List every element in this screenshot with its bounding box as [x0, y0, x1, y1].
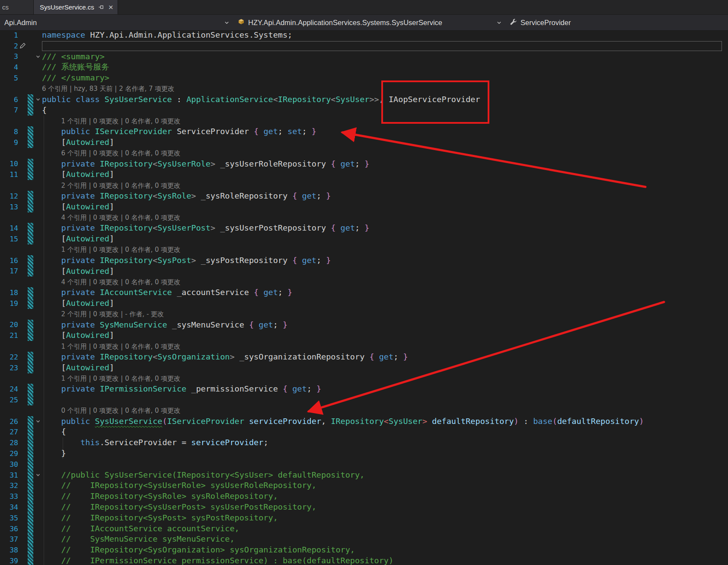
line-number[interactable]: 3 — [0, 52, 21, 61]
fold-chevron-icon[interactable] — [34, 419, 42, 424]
code-line[interactable]: /// </summary> — [42, 73, 728, 83]
codelens-text[interactable]: 4 个引用 | 0 项更改 | 0 名作者, 0 项更改 — [42, 276, 728, 288]
pin-icon[interactable] — [98, 4, 105, 10]
code-line[interactable]: [Autowired] — [42, 330, 728, 341]
code-line[interactable]: private IRepository<SysOrganization> _sy… — [42, 352, 728, 363]
line-number[interactable]: 23 — [0, 364, 21, 372]
line-number[interactable]: 31 — [0, 471, 21, 479]
line-number[interactable]: 30 — [0, 460, 21, 469]
code-line[interactable]: [Autowired] — [42, 202, 728, 212]
codelens-text[interactable]: 2 个引用 | 0 项更改 | - 作者, - 更改 — [42, 308, 728, 320]
codelens-text[interactable]: 6 个引用 | 0 项更改 | 0 名作者, 0 项更改 — [42, 148, 728, 159]
line-number[interactable]: 29 — [0, 449, 21, 458]
code-line[interactable]: // SysMenuService sysMenuService, — [42, 534, 728, 545]
line-number[interactable]: 36 — [0, 525, 21, 533]
fold-chevron-icon[interactable] — [34, 472, 42, 478]
line-number[interactable]: 7 — [0, 106, 21, 114]
line-number[interactable]: 17 — [0, 267, 21, 275]
code-line[interactable]: namespace HZY.Api.Admin.ApplicationServi… — [42, 30, 728, 41]
code-line[interactable]: // IPermissionService permissionService)… — [42, 555, 728, 565]
code-line[interactable]: private SysMenuService _sysMenuService {… — [42, 320, 728, 331]
line-number[interactable]: 37 — [0, 535, 21, 543]
code-line[interactable]: /// 系统账号服务 — [42, 62, 728, 73]
code-line[interactable]: public IServiceProvider ServiceProvider … — [42, 126, 728, 137]
codelens-text[interactable]: 4 个引用 | 0 项更改 | 0 名作者, 0 项更改 — [42, 212, 728, 223]
fold-chevron-icon[interactable] — [34, 54, 42, 59]
codelens-text[interactable]: 1 个引用 | 0 项更改 | 0 名作者, 0 项更改 — [42, 116, 728, 127]
line-number[interactable]: 15 — [0, 235, 21, 243]
code-line[interactable]: [Autowired] — [42, 234, 728, 244]
line-number[interactable]: 11 — [0, 170, 21, 179]
line-number[interactable]: 19 — [0, 299, 21, 308]
code-line[interactable]: public class SysUserService : Applicatio… — [42, 94, 728, 105]
codelens-text[interactable]: 6 个引用 | hzy, 83 天前 | 2 名作者, 7 项更改 — [42, 83, 728, 94]
line-number[interactable]: 5 — [0, 74, 21, 82]
line-number[interactable]: 21 — [0, 331, 21, 340]
line-number[interactable]: 4 — [0, 63, 21, 71]
line-number[interactable]: 20 — [0, 321, 21, 329]
navigation-bar: Api.Admin HZY.Api.Admin.ApplicationServi… — [0, 14, 728, 31]
line-number[interactable]: 10 — [0, 160, 21, 168]
code-line[interactable]: private IAccountService _accountService … — [42, 287, 728, 298]
line-number[interactable]: 28 — [0, 439, 21, 447]
code-line[interactable]: // IRepository<SysRole> sysRoleRepositor… — [42, 491, 728, 502]
code-line[interactable]: private IRepository<SysUserRole> _sysUse… — [42, 159, 728, 170]
line-number[interactable]: 6 — [0, 96, 21, 104]
line-number[interactable]: 18 — [0, 289, 21, 297]
code-line[interactable]: // IRepository<SysUserRole> sysUserRoleR… — [42, 480, 728, 491]
line-number[interactable]: 1 — [0, 31, 21, 39]
code-line[interactable]: { — [42, 427, 728, 437]
code-line[interactable]: [Autowired] — [42, 363, 728, 373]
code-line[interactable]: [Autowired] — [42, 137, 728, 148]
line-number[interactable]: 35 — [0, 514, 21, 522]
code-line[interactable]: } — [42, 448, 728, 459]
line-number[interactable]: 24 — [0, 385, 21, 393]
line-number[interactable]: 32 — [0, 482, 21, 490]
line-number[interactable]: 38 — [0, 546, 21, 554]
line-number[interactable]: 39 — [0, 557, 21, 565]
line-number[interactable]: 2 — [0, 42, 21, 50]
code-line[interactable]: // IRepository<SysOrganization> sysOrgan… — [42, 545, 728, 555]
line-number[interactable]: 26 — [0, 417, 21, 426]
tab-partial[interactable]: cs — [0, 0, 34, 14]
line-number[interactable]: 22 — [0, 353, 21, 361]
line-number[interactable]: 16 — [0, 257, 21, 265]
code-line[interactable]: private IPermissionService _permissionSe… — [42, 384, 728, 395]
line-number[interactable]: 25 — [0, 396, 21, 404]
code-line[interactable]: // IAccountService accountService, — [42, 523, 728, 534]
fold-chevron-icon[interactable] — [34, 97, 42, 102]
line-number[interactable]: 27 — [0, 428, 21, 436]
codelens-text[interactable]: 0 个引用 | 0 项更改 | 0 名作者, 0 项更改 — [42, 405, 728, 416]
line-number[interactable]: 34 — [0, 503, 21, 511]
code-line[interactable]: [Autowired] — [42, 266, 728, 277]
codelens-text[interactable]: 1 个引用 | 0 项更改 | 0 名作者, 0 项更改 — [42, 373, 728, 384]
line-number[interactable]: 8 — [0, 128, 21, 136]
code-line[interactable]: [Autowired] — [42, 169, 728, 180]
line-number[interactable]: 33 — [0, 492, 21, 501]
member-dropdown[interactable]: ServiceProvider — [506, 15, 575, 30]
project-dropdown[interactable]: Api.Admin — [0, 15, 233, 30]
code-line[interactable]: private IRepository<SysRole> _sysRoleRep… — [42, 191, 728, 202]
code-line[interactable]: // IRepository<SysPost> sysPostRepositor… — [42, 513, 728, 523]
code-line[interactable]: private IRepository<SysUserPost> _sysUse… — [42, 223, 728, 234]
codelens-text[interactable]: 1 个引用 | 0 项更改 | 0 名作者, 0 项更改 — [42, 244, 728, 255]
code-line[interactable]: { — [42, 105, 728, 116]
tab-active[interactable]: SysUserService.cs × — [34, 0, 118, 14]
code-editor[interactable]: 1namespace HZY.Api.Admin.ApplicationServ… — [0, 30, 728, 565]
type-dropdown[interactable]: HZY.Api.Admin.ApplicationServices.System… — [233, 15, 506, 30]
line-number[interactable]: 13 — [0, 203, 21, 211]
code-line[interactable]: /// <summary> — [42, 51, 728, 62]
line-number[interactable]: 12 — [0, 192, 21, 200]
code-line[interactable]: [Autowired] — [42, 298, 728, 309]
line-number[interactable]: 9 — [0, 138, 21, 147]
codelens-text[interactable]: 2 个引用 | 0 项更改 | 0 名作者, 0 项更改 — [42, 180, 728, 191]
close-icon[interactable]: × — [109, 3, 113, 11]
code-row: 1namespace HZY.Api.Admin.ApplicationServ… — [0, 30, 728, 41]
code-line[interactable]: private IRepository<SysPost> _sysPostRep… — [42, 255, 728, 266]
code-line[interactable]: public SysUserService(IServiceProvider s… — [42, 416, 728, 427]
code-line[interactable]: this.ServiceProvider = serviceProvider; — [42, 437, 728, 448]
line-number[interactable]: 14 — [0, 224, 21, 232]
code-line[interactable]: //public SysUserService(IRepository<SysU… — [42, 470, 728, 481]
codelens-text[interactable]: 1 个引用 | 0 项更改 | 0 名作者, 0 项更改 — [42, 341, 728, 352]
code-line[interactable]: // IRepository<SysUserPost> sysUserPostR… — [42, 502, 728, 513]
